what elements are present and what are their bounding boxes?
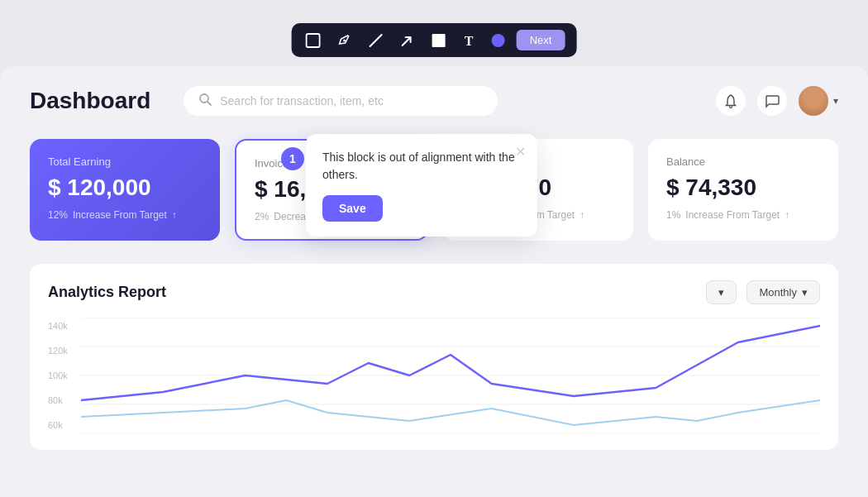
main-content: Dashboard Search for transaction, item, … xyxy=(0,66,868,497)
y-label-120k: 120k xyxy=(48,346,74,356)
header-icons: ▾ xyxy=(716,86,838,116)
messages-button[interactable] xyxy=(757,86,787,116)
arrow-up-icon-balance: ↑ xyxy=(785,209,789,221)
chart-svg xyxy=(81,318,820,433)
stat-footer-total-earning: 12% Increase From Target ↑ xyxy=(48,209,202,221)
stat-value-balance: $ 74,330 xyxy=(666,174,820,201)
chart-svg-wrap xyxy=(81,318,820,433)
svg-text:T: T xyxy=(465,34,474,48)
annotation-popup: ✕ This block is out of alignment with th… xyxy=(306,134,537,237)
analytics-header: Analytics Report ▾ Monthly ▾ xyxy=(48,280,820,304)
stat-footer-text-total-earning: Increase From Target xyxy=(73,209,167,221)
stat-value-total-earning: $ 120,000 xyxy=(48,174,202,201)
chart-area: 140k 120k 100k 80k 60k xyxy=(48,318,820,433)
dropdown1-label: ▾ xyxy=(718,286,724,299)
svg-line-2 xyxy=(370,35,382,46)
arrow-up-icon-total-earning: ↑ xyxy=(172,209,177,221)
pen-icon[interactable] xyxy=(335,31,355,50)
stat-footer-text-balance: Increase From Target xyxy=(685,209,780,221)
analytics-section: Analytics Report ▾ Monthly ▾ 140k 120k 1… xyxy=(30,264,838,450)
page-title: Dashboard xyxy=(30,88,150,114)
y-label-60k: 60k xyxy=(48,420,74,430)
y-label-140k: 140k xyxy=(48,321,74,331)
avatar-group[interactable]: ▾ xyxy=(799,86,838,116)
stat-footer-balance: 1% Increase From Target ↑ xyxy=(666,209,820,221)
analytics-title: Analytics Report xyxy=(48,284,166,301)
annotation-close-button[interactable]: ✕ xyxy=(515,144,526,160)
arrow-icon[interactable] xyxy=(398,31,417,50)
annotation-toolbar: T Next xyxy=(292,23,577,57)
svg-point-1 xyxy=(343,39,346,41)
stat-label-total-earning: Total Earning xyxy=(48,155,202,168)
analytics-dropdown1[interactable]: ▾ xyxy=(706,280,737,304)
svg-line-6 xyxy=(207,102,211,105)
stat-label-balance: Balance xyxy=(666,155,820,168)
y-label-100k: 100k xyxy=(48,370,74,380)
avatar xyxy=(799,86,828,116)
annotation-badge[interactable]: 1 xyxy=(281,147,304,170)
next-button[interactable]: Next xyxy=(517,30,565,50)
stat-pct-invoices: 2% xyxy=(255,211,269,222)
svg-rect-3 xyxy=(432,34,446,47)
arrow-up-icon-total-spending: ↑ xyxy=(579,209,584,221)
line-icon[interactable] xyxy=(366,31,386,50)
search-icon xyxy=(198,93,212,109)
chart-y-labels: 140k 120k 100k 80k 60k xyxy=(48,318,74,433)
avatar-chevron-icon: ▾ xyxy=(833,95,838,107)
svg-rect-0 xyxy=(307,34,320,47)
stat-pct-total-earning: 12% xyxy=(48,209,68,221)
notification-bell-button[interactable] xyxy=(716,86,746,116)
text-icon[interactable]: T xyxy=(460,31,480,50)
monthly-chevron-icon: ▾ xyxy=(802,286,808,299)
y-label-80k: 80k xyxy=(48,395,74,405)
stat-pct-balance: 1% xyxy=(666,209,680,221)
rect-icon[interactable] xyxy=(429,31,449,50)
svg-point-7 xyxy=(730,106,732,108)
monthly-label: Monthly xyxy=(759,286,797,299)
analytics-monthly-dropdown[interactable]: Monthly ▾ xyxy=(746,280,820,304)
select-icon[interactable] xyxy=(303,31,323,50)
header: Dashboard Search for transaction, item, … xyxy=(30,86,838,116)
search-bar[interactable]: Search for transaction, item, etc xyxy=(184,86,498,116)
stat-card-total-earning[interactable]: Total Earning $ 120,000 12% Increase Fro… xyxy=(30,139,220,241)
annotation-save-button[interactable]: Save xyxy=(322,195,383,222)
search-placeholder: Search for transaction, item, etc xyxy=(220,94,384,108)
stat-card-balance[interactable]: Balance $ 74,330 1% Increase From Target… xyxy=(648,139,838,241)
analytics-controls: ▾ Monthly ▾ xyxy=(706,280,820,304)
color-dot[interactable] xyxy=(492,34,505,47)
annotation-message: This block is out of alignment with the … xyxy=(322,149,521,184)
